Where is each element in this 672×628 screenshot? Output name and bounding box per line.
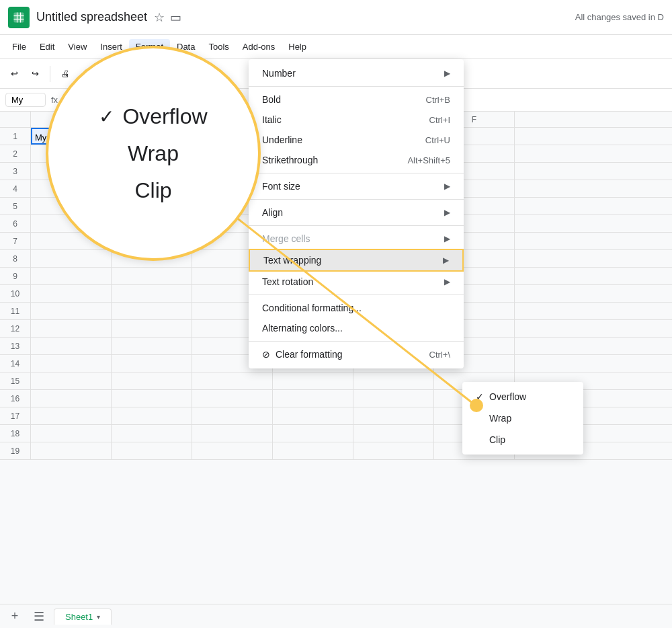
cell-A13[interactable] [31,338,112,354]
cell-B9[interactable] [112,268,192,284]
row-header-2[interactable]: 2 [0,145,31,162]
format-underline[interactable]: Underline Ctrl+U [249,130,464,150]
cell-E18[interactable] [353,425,434,442]
star-icon[interactable]: ☆ [154,10,165,25]
row-header-16[interactable]: 16 [0,390,31,407]
menu-view[interactable]: View [61,39,93,54]
cell-A14[interactable] [31,355,112,372]
italic-shortcut: Ctrl+I [429,115,450,125]
cell-B10[interactable] [112,285,192,302]
cell-E19[interactable] [353,442,434,459]
app-icon [8,7,30,28]
row-header-1[interactable]: 1 [0,128,31,145]
cell-A12[interactable] [31,320,112,337]
format-alternating[interactable]: Alternating colors... [249,318,464,338]
row-header-19[interactable]: 19 [0,442,31,459]
row-header-15[interactable]: 15 [0,372,31,389]
format-font-size[interactable]: Font size ▶ [249,176,464,196]
cell-B11[interactable] [112,303,192,319]
format-text-rotation[interactable]: Text rotation ▶ [249,272,464,292]
cell-B16[interactable] [112,390,192,407]
row-header-18[interactable]: 18 [0,425,31,442]
row-header-13[interactable]: 13 [0,338,31,354]
menu-bar: File Edit View Insert Format Data Tools … [0,35,672,59]
cell-B15[interactable] [112,372,192,389]
cell-C18[interactable] [192,425,273,442]
cell-D16[interactable] [273,390,353,407]
cell-C16[interactable] [192,390,273,407]
row-header-9[interactable]: 9 [0,268,31,284]
cell-B19[interactable] [112,442,192,459]
format-strikethrough[interactable]: Strikethrough Alt+Shift+5 [249,150,464,170]
row-header-11[interactable]: 11 [0,303,31,319]
menu-addons[interactable]: Add-ons [236,39,282,54]
cell-A15[interactable] [31,372,112,389]
text-wrapping-arrow-icon: ▶ [443,256,449,265]
undo-button[interactable]: ↩ [5,66,24,81]
row-header-6[interactable]: 6 [0,215,31,232]
wrap-clip[interactable]: ✓ Clip [462,429,583,450]
format-underline-label: Underline [262,134,302,145]
cell-D15[interactable] [273,372,353,389]
row-header-3[interactable]: 3 [0,163,31,180]
format-number-label: Number [262,68,296,79]
row-header-12[interactable]: 12 [0,320,31,337]
redo-button[interactable]: ↪ [26,66,44,81]
format-number[interactable]: Number ▶ [249,63,464,83]
cell-E16[interactable] [353,390,434,407]
sheet-list-button[interactable]: ☰ [30,607,48,626]
print-button[interactable]: 🖨 [56,66,75,81]
cell-B18[interactable] [112,425,192,442]
cell-A18[interactable] [31,425,112,442]
format-bold[interactable]: Bold Ctrl+B [249,89,464,110]
sheet-name: Sheet1 [65,612,93,622]
cell-A9[interactable] [31,268,112,284]
cell-B14[interactable] [112,355,192,372]
cell-reference[interactable]: My [5,93,46,107]
cell-A10[interactable] [31,285,112,302]
format-bold-label: Bold [262,94,281,105]
cell-B12[interactable] [112,320,192,337]
cell-E15[interactable] [353,372,434,389]
format-merge-cells[interactable]: Merge cells ▶ [249,229,464,249]
format-align[interactable]: Align ▶ [249,202,464,223]
add-sheet-button[interactable]: + [5,607,24,626]
cell-A17[interactable] [31,407,112,424]
cell-A11[interactable] [31,303,112,319]
cell-A16[interactable] [31,390,112,407]
sheet-tab-sheet1[interactable]: Sheet1 ▾ [54,609,112,625]
cell-C19[interactable] [192,442,273,459]
row-header-4[interactable]: 4 [0,180,31,197]
format-conditional[interactable]: Conditional formatting... [249,298,464,318]
menu-tools[interactable]: Tools [202,39,235,54]
cell-C15[interactable] [192,372,273,389]
row-header-8[interactable]: 8 [0,250,31,267]
folder-icon[interactable]: ▭ [170,10,181,25]
menu-file[interactable]: File [5,39,33,54]
cell-A19[interactable] [31,442,112,459]
cell-D17[interactable] [273,407,353,424]
menu-help[interactable]: Help [282,39,313,54]
align-arrow-icon: ▶ [444,208,450,217]
callout-clip[interactable]: Clip [134,178,171,203]
format-text-wrapping[interactable]: Text wrapping ▶ [249,249,464,272]
cell-A8[interactable] [31,250,112,267]
cell-C17[interactable] [192,407,273,424]
row-header-14[interactable]: 14 [0,355,31,372]
callout-overflow[interactable]: ✓ Overflow [99,104,207,129]
cell-D18[interactable] [273,425,353,442]
svg-rect-0 [14,12,24,22]
callout-wrap[interactable]: Wrap [128,141,179,166]
row-header-17[interactable]: 17 [0,407,31,424]
cell-E17[interactable] [353,407,434,424]
row-header-5[interactable]: 5 [0,198,31,214]
cell-D19[interactable] [273,442,353,459]
cell-B13[interactable] [112,338,192,354]
format-italic[interactable]: Italic Ctrl+I [249,110,464,130]
menu-edit[interactable]: Edit [33,39,61,54]
row-header-10[interactable]: 10 [0,285,31,302]
row-header-7[interactable]: 7 [0,233,31,249]
format-clear[interactable]: ⊘ Clear formatting Ctrl+\ [249,344,464,364]
toolbar-separator-1 [50,66,50,82]
cell-B17[interactable] [112,407,192,424]
